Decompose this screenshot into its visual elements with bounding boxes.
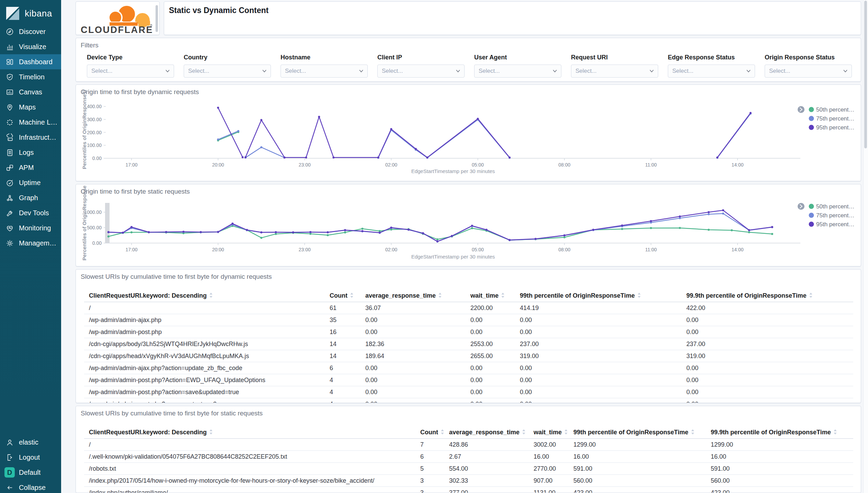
filter-select-client-ip[interactable]: Select... [377,65,465,78]
sidebar-item-elastic[interactable]: elastic [0,435,61,450]
sidebar-item-dev-tools[interactable]: Dev Tools [0,205,61,220]
chart-panel-dynamic-requests: Origin time to first byte dynamic reques… [76,84,861,181]
sort-icon [833,429,837,435]
cell-uri: /wp-admin/admin-post.php?action=save&upd… [89,389,239,396]
sidebar-item-dashboard[interactable]: Dashboard [0,54,61,69]
legend-item-p95[interactable]: 95th percent… [809,124,855,131]
devtools-icon [6,209,14,217]
column-header-label: ClientRequestURI.keyword: Descending [89,292,207,299]
sidebar-item-timelion[interactable]: Timelion [0,69,61,84]
column-header-average-response-time[interactable]: average_response_time [365,292,442,299]
uri-table-dynamic: ClientRequestURI.keyword: DescendingCoun… [84,289,853,403]
page-scrollbar[interactable] [863,0,868,493]
sort-icon [522,429,526,435]
legend-label: 75th percent… [816,115,855,122]
filter-field-origin-response-status: Origin Response StatusSelect... [765,54,854,78]
chart-canvas-static[interactable]: 0.00500.001000.0017:0020:0023:0002:0005:… [76,184,861,266]
chevron-down-icon [746,69,751,73]
series-line-p95 [717,113,751,158]
column-header-99-9th-percentile-of-originresponsetime[interactable]: 99.9th percentile of OriginResponseTime [686,292,813,299]
uptime-icon [6,179,14,187]
legend-toggle-button[interactable] [798,203,804,210]
x-tick-label: 23:00 [299,162,311,168]
column-header-wait-time[interactable]: wait_time [470,292,505,299]
table-row: /6136.072200.00414.19422.00 [84,302,853,314]
filter-select-country[interactable]: Select... [184,65,271,78]
sidebar-item-discover[interactable]: Discover [0,24,61,39]
sidebar-item-management[interactable]: Management [0,236,61,251]
cell-uri: /robots.txt [89,465,116,472]
sidebar-item-apm[interactable]: APM [0,160,61,175]
filter-field-country: CountrySelect... [184,54,273,78]
column-header-count[interactable]: Count [420,429,444,436]
column-header-99-9th-percentile-of-originresponsetime[interactable]: 99.9th percentile of OriginResponseTime [711,429,837,436]
sidebar-nav: DiscoverVisualizeDashboardTimelionCanvas… [0,24,61,251]
column-header-label: average_response_time [365,292,436,299]
filter-select-origin-response-status[interactable]: Select... [765,65,852,78]
column-header-uri[interactable]: ClientRequestURI.keyword: Descending [89,292,213,299]
sidebar-item-collapse[interactable]: Collapse [0,480,61,493]
sort-icon [209,293,213,298]
legend-item-p75[interactable]: 75th percent… [809,115,855,122]
filter-select-request-uri[interactable]: Select... [571,65,658,78]
cell-uri: /wp-admin/admin-ajax.php?action=update_z… [89,365,242,372]
column-header-count[interactable]: Count [330,292,354,299]
data-point [679,216,681,218]
sidebar-item-default[interactable]: DDefault [0,465,61,480]
data-point [344,229,346,231]
chart-canvas-dynamic[interactable]: 0.00100.00200.00300.00400.0017:0020:0023… [76,85,861,181]
filter-select-edge-response-status[interactable]: Select... [668,65,755,78]
timelion-icon [6,73,14,81]
filter-select-hostname[interactable]: Select... [281,65,368,78]
cell-value: 422.00 [686,305,705,312]
sidebar-item-logout[interactable]: Logout [0,450,61,465]
legend-item-p50[interactable]: 50th percent… [809,106,855,113]
filter-select-device-type[interactable]: Select... [87,65,174,78]
sidebar-item-canvas[interactable]: Canvas [0,84,61,100]
data-point [563,234,566,237]
data-point [422,232,424,234]
sidebar-item-maps[interactable]: Maps [0,100,61,115]
legend-item-p50[interactable]: 50th percent… [809,203,855,210]
data-point [716,157,718,159]
sidebar-item-label: Dashboard [19,58,53,66]
sidebar-item-label: Timelion [19,73,45,81]
column-header-99th-percentile-of-originresponsetime[interactable]: 99th percentile of OriginResponseTime [520,292,641,299]
page-scrollbar-thumb[interactable] [864,1,867,148]
cell-value: 0.00 [470,365,482,372]
column-header-99th-percentile-of-originresponsetime[interactable]: 99th percentile of OriginResponseTime [573,429,695,436]
sidebar-item-monitoring[interactable]: Monitoring [0,220,61,236]
data-point [237,130,239,132]
data-point [486,229,488,231]
sidebar-item-infrastructure[interactable]: Infrastructure [0,130,61,145]
x-tick-label: 23:00 [299,247,311,252]
cell-value: 4 [330,377,333,384]
sort-icon [209,429,213,435]
data-point [509,157,511,159]
filter-field-user-agent: User AgentSelect... [474,54,563,78]
cell-value: 0.00 [686,389,698,396]
x-tick-label: 20:00 [212,247,224,252]
sidebar-item-uptime[interactable]: Uptime [0,175,61,190]
legend-item-p95[interactable]: 95th percent… [809,221,855,228]
column-header-average-response-time[interactable]: average_response_time [449,429,526,436]
sidebar-item-graph[interactable]: Graph [0,190,61,205]
sidebar-item-logs[interactable]: Logs [0,145,61,160]
column-header-wait-time[interactable]: wait_time [534,429,568,436]
table-row: /wp-admin/admin-ajax.php?action=update_z… [84,362,853,374]
cell-value: 554.00 [449,465,468,472]
legend-toggle-button[interactable] [798,106,804,113]
data-point [107,236,110,238]
sidebar-item-label: Visualize [19,43,46,51]
filter-select-user-agent[interactable]: Select... [474,65,561,78]
kibana-brand[interactable]: kibana [0,0,61,26]
sidebar-item-visualize[interactable]: Visualize [0,39,61,54]
series-line-p50 [108,226,772,240]
sidebar-item-machine-le[interactable]: Machine Le... [0,115,61,130]
legend-item-p75[interactable]: 75th percent… [809,212,855,219]
logo-panel-scrollbar[interactable] [156,5,158,32]
cell-value: 0.00 [470,329,482,336]
graph-icon [6,194,14,202]
table-row: /7428.863002.001299.001299.00 [84,439,853,451]
column-header-uri[interactable]: ClientRequestURI.keyword: Descending [89,429,213,436]
